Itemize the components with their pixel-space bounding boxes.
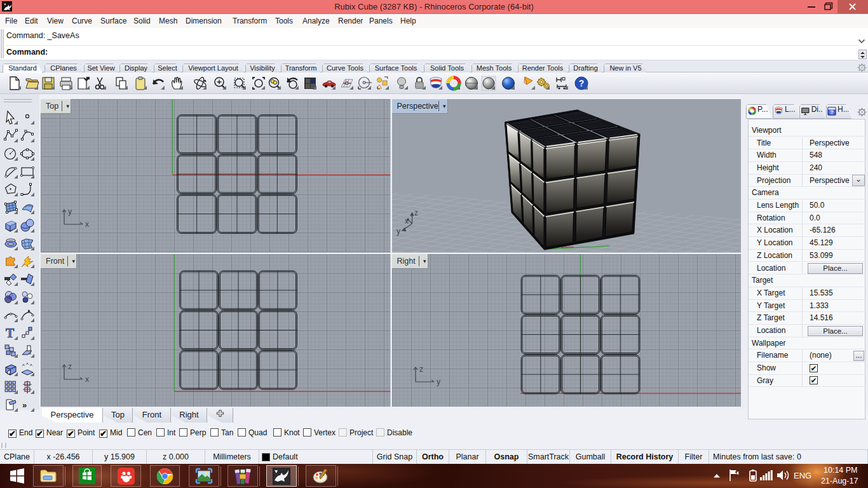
svg-text:x: x <box>85 220 89 229</box>
svg-text:z: z <box>414 208 418 217</box>
svg-text:T: T <box>6 326 15 340</box>
svg-text:x: x <box>405 217 409 226</box>
svg-text:y: y <box>68 207 72 216</box>
svg-text:z: z <box>68 362 72 371</box>
svg-text:y: y <box>397 227 400 236</box>
svg-text:?: ? <box>579 78 585 88</box>
svg-text:x: x <box>85 375 89 384</box>
svg-text:z: z <box>419 365 423 374</box>
svg-text:y: y <box>437 377 440 386</box>
svg-text:?: ? <box>831 109 834 115</box>
